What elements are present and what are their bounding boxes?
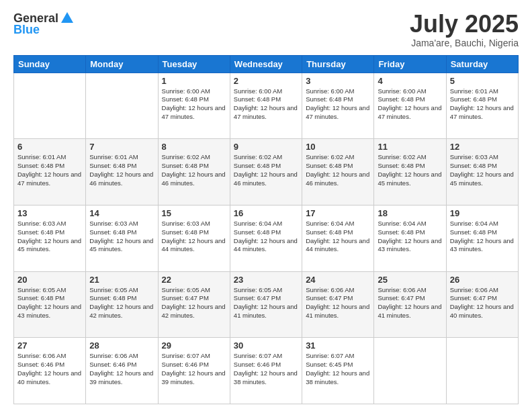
day-number: 1: [162, 76, 226, 86]
subtitle: Jama'are, Bauchi, Nigeria: [410, 38, 519, 48]
day-number: 13: [17, 208, 82, 218]
day-info: Sunrise: 6:02 AM Sunset: 6:48 PM Dayligh…: [234, 153, 298, 187]
day-number: 23: [234, 275, 298, 285]
day-info: Sunrise: 6:01 AM Sunset: 6:48 PM Dayligh…: [450, 87, 515, 122]
day-number: 9: [234, 142, 298, 152]
day-number: 26: [450, 275, 515, 285]
day-info: Sunrise: 6:06 AM Sunset: 6:47 PM Dayligh…: [450, 286, 515, 320]
day-info: Sunrise: 6:06 AM Sunset: 6:47 PM Dayligh…: [306, 286, 370, 320]
logo-icon: [60, 11, 75, 26]
calendar-cell: 5Sunrise: 6:01 AM Sunset: 6:48 PM Daylig…: [446, 73, 518, 139]
calendar-cell: 25Sunrise: 6:06 AM Sunset: 6:47 PM Dayli…: [374, 271, 446, 338]
main-title: July 2025: [410, 11, 519, 38]
day-number: 5: [450, 76, 515, 86]
calendar-cell: 17Sunrise: 6:04 AM Sunset: 6:48 PM Dayli…: [302, 205, 374, 271]
calendar-cell: 18Sunrise: 6:04 AM Sunset: 6:48 PM Dayli…: [374, 205, 446, 271]
day-info: Sunrise: 6:01 AM Sunset: 6:48 PM Dayligh…: [89, 153, 154, 187]
calendar-cell: 8Sunrise: 6:02 AM Sunset: 6:48 PM Daylig…: [158, 139, 230, 205]
calendar-cell: 28Sunrise: 6:06 AM Sunset: 6:46 PM Dayli…: [86, 338, 158, 404]
day-number: 31: [306, 340, 370, 351]
calendar-week-0: 1Sunrise: 6:00 AM Sunset: 6:48 PM Daylig…: [14, 73, 519, 139]
day-info: Sunrise: 6:05 AM Sunset: 6:48 PM Dayligh…: [17, 286, 82, 320]
day-number: 24: [306, 275, 370, 285]
day-number: 27: [17, 340, 82, 351]
day-info: Sunrise: 6:07 AM Sunset: 6:46 PM Dayligh…: [234, 352, 298, 386]
day-number: 19: [450, 208, 515, 218]
day-number: 7: [89, 142, 154, 152]
col-friday: Friday: [374, 55, 446, 73]
calendar-week-4: 27Sunrise: 6:06 AM Sunset: 6:46 PM Dayli…: [14, 338, 519, 404]
calendar-cell: 9Sunrise: 6:02 AM Sunset: 6:48 PM Daylig…: [230, 139, 302, 205]
day-number: 28: [89, 340, 154, 351]
title-block: July 2025 Jama'are, Bauchi, Nigeria: [410, 11, 519, 48]
day-info: Sunrise: 6:02 AM Sunset: 6:48 PM Dayligh…: [162, 153, 226, 187]
day-number: 17: [306, 208, 370, 218]
day-info: Sunrise: 6:03 AM Sunset: 6:48 PM Dayligh…: [162, 220, 226, 254]
day-info: Sunrise: 6:07 AM Sunset: 6:46 PM Dayligh…: [162, 352, 226, 386]
day-number: 8: [162, 142, 226, 152]
day-info: Sunrise: 6:04 AM Sunset: 6:48 PM Dayligh…: [378, 220, 442, 254]
calendar-cell: 3Sunrise: 6:00 AM Sunset: 6:48 PM Daylig…: [302, 73, 374, 139]
day-number: 16: [234, 208, 298, 218]
calendar-cell: 11Sunrise: 6:02 AM Sunset: 6:48 PM Dayli…: [374, 139, 446, 205]
svg-marker-0: [61, 12, 73, 23]
calendar-week-2: 13Sunrise: 6:03 AM Sunset: 6:48 PM Dayli…: [14, 205, 519, 271]
day-number: 30: [234, 340, 298, 351]
day-number: 3: [306, 76, 370, 86]
page: General Blue July 2025 Jama'are, Bauchi,…: [0, 0, 532, 411]
day-info: Sunrise: 6:03 AM Sunset: 6:48 PM Dayligh…: [450, 153, 515, 187]
day-info: Sunrise: 6:05 AM Sunset: 6:47 PM Dayligh…: [162, 286, 226, 320]
day-number: 12: [450, 142, 515, 152]
day-number: 15: [162, 208, 226, 218]
day-info: Sunrise: 6:03 AM Sunset: 6:48 PM Dayligh…: [17, 220, 82, 254]
calendar-cell: [14, 73, 86, 139]
calendar-cell: 1Sunrise: 6:00 AM Sunset: 6:48 PM Daylig…: [158, 73, 230, 139]
calendar-cell: 2Sunrise: 6:00 AM Sunset: 6:48 PM Daylig…: [230, 73, 302, 139]
calendar-cell: 10Sunrise: 6:02 AM Sunset: 6:48 PM Dayli…: [302, 139, 374, 205]
day-number: 10: [306, 142, 370, 152]
col-saturday: Saturday: [446, 55, 518, 73]
calendar-cell: 29Sunrise: 6:07 AM Sunset: 6:46 PM Dayli…: [158, 338, 230, 404]
day-info: Sunrise: 6:00 AM Sunset: 6:48 PM Dayligh…: [306, 87, 370, 122]
day-info: Sunrise: 6:04 AM Sunset: 6:48 PM Dayligh…: [234, 220, 298, 254]
day-info: Sunrise: 6:02 AM Sunset: 6:48 PM Dayligh…: [378, 153, 442, 187]
calendar-cell: 24Sunrise: 6:06 AM Sunset: 6:47 PM Dayli…: [302, 271, 374, 338]
day-info: Sunrise: 6:05 AM Sunset: 6:47 PM Dayligh…: [234, 286, 298, 320]
calendar-cell: [86, 73, 158, 139]
calendar-cell: 7Sunrise: 6:01 AM Sunset: 6:48 PM Daylig…: [86, 139, 158, 205]
calendar-header-row: Sunday Monday Tuesday Wednesday Thursday…: [14, 55, 519, 73]
day-number: 22: [162, 275, 226, 285]
day-info: Sunrise: 6:06 AM Sunset: 6:47 PM Dayligh…: [378, 286, 442, 320]
calendar-cell: [446, 338, 518, 404]
day-info: Sunrise: 6:05 AM Sunset: 6:48 PM Dayligh…: [89, 286, 154, 320]
calendar-cell: 12Sunrise: 6:03 AM Sunset: 6:48 PM Dayli…: [446, 139, 518, 205]
calendar-cell: 20Sunrise: 6:05 AM Sunset: 6:48 PM Dayli…: [14, 271, 86, 338]
day-number: 25: [378, 275, 442, 285]
calendar-cell: [374, 338, 446, 404]
day-info: Sunrise: 6:06 AM Sunset: 6:46 PM Dayligh…: [17, 352, 82, 386]
calendar-week-3: 20Sunrise: 6:05 AM Sunset: 6:48 PM Dayli…: [14, 271, 519, 338]
day-info: Sunrise: 6:07 AM Sunset: 6:45 PM Dayligh…: [306, 352, 370, 386]
calendar-cell: 6Sunrise: 6:01 AM Sunset: 6:48 PM Daylig…: [14, 139, 86, 205]
day-number: 20: [17, 275, 82, 285]
day-number: 4: [378, 76, 442, 86]
day-number: 21: [89, 275, 154, 285]
calendar-cell: 26Sunrise: 6:06 AM Sunset: 6:47 PM Dayli…: [446, 271, 518, 338]
col-monday: Monday: [86, 55, 158, 73]
col-thursday: Thursday: [302, 55, 374, 73]
day-number: 11: [378, 142, 442, 152]
calendar-cell: 13Sunrise: 6:03 AM Sunset: 6:48 PM Dayli…: [14, 205, 86, 271]
day-info: Sunrise: 6:04 AM Sunset: 6:48 PM Dayligh…: [450, 220, 515, 254]
calendar-cell: 31Sunrise: 6:07 AM Sunset: 6:45 PM Dayli…: [302, 338, 374, 404]
day-info: Sunrise: 6:00 AM Sunset: 6:48 PM Dayligh…: [162, 87, 226, 122]
day-number: 29: [162, 340, 226, 351]
day-number: 18: [378, 208, 442, 218]
calendar-cell: 15Sunrise: 6:03 AM Sunset: 6:48 PM Dayli…: [158, 205, 230, 271]
calendar-cell: 21Sunrise: 6:05 AM Sunset: 6:48 PM Dayli…: [86, 271, 158, 338]
day-number: 2: [234, 76, 298, 86]
day-info: Sunrise: 6:06 AM Sunset: 6:46 PM Dayligh…: [89, 352, 154, 386]
day-number: 6: [17, 142, 82, 152]
calendar-cell: 30Sunrise: 6:07 AM Sunset: 6:46 PM Dayli…: [230, 338, 302, 404]
calendar-cell: 19Sunrise: 6:04 AM Sunset: 6:48 PM Dayli…: [446, 205, 518, 271]
header: General Blue July 2025 Jama'are, Bauchi,…: [13, 11, 519, 48]
